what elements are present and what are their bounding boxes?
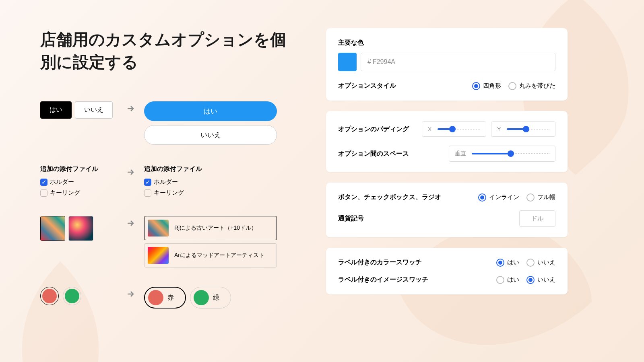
color-swatch-red[interactable] <box>40 287 59 305</box>
checkbox-holder[interactable]: ✓ ホルダー <box>40 178 74 186</box>
dst-yes-button[interactable]: はい <box>144 101 277 121</box>
slider-x[interactable]: X <box>422 121 486 137</box>
image-thumb-1[interactable] <box>40 216 65 241</box>
hex-input[interactable]: # F2994A <box>361 53 555 71</box>
attachments-title: 追加の添付ファイル <box>40 165 117 173</box>
arrow-icon <box>125 216 136 228</box>
image-thumb-2[interactable] <box>68 216 93 241</box>
card-swatch-labels: ラベル付きのカラースワッチ はい いいえ ラベル付きのイメージスワッチ はい い… <box>326 248 568 294</box>
radio-color-yes[interactable]: はい <box>496 259 519 267</box>
example-yesno: はい いいえ はい いいえ <box>40 101 290 149</box>
checkbox-keyring[interactable]: キーリング <box>40 189 80 197</box>
radio-rounded[interactable]: 丸みを帯びた <box>508 82 555 90</box>
currency-select[interactable]: ドル <box>519 210 555 227</box>
color-pill-green[interactable]: 緑 <box>190 287 231 309</box>
primary-color-label: 主要な色 <box>338 39 555 47</box>
arrow-icon <box>125 165 136 177</box>
color-chip[interactable] <box>338 53 357 71</box>
slider-y[interactable]: Y <box>491 121 555 137</box>
radio-full[interactable]: フル幅 <box>526 193 555 202</box>
image-swatch-label-setting: ラベル付きのイメージスワッチ <box>338 276 428 284</box>
card-button-layout: ボタン、チェックボックス、ラジオ インライン フル幅 通貨記号 ドル <box>326 183 568 237</box>
example-colors: 赤 緑 <box>40 287 290 309</box>
color-swatch-label-setting: ラベル付きのカラースワッチ <box>338 258 422 267</box>
card-padding: オプションのパディング X Y オプション間のスペース 垂直 <box>326 111 568 172</box>
attachments-title: 追加の添付ファイル <box>144 165 290 173</box>
color-swatch-green[interactable] <box>63 287 81 305</box>
arrow-icon <box>125 101 136 113</box>
radio-inline[interactable]: インライン <box>478 193 519 202</box>
color-pill-red[interactable]: 赤 <box>144 287 186 309</box>
radio-square[interactable]: 四角形 <box>472 82 501 90</box>
check-icon <box>144 189 151 197</box>
checkbox-holder[interactable]: ✓ ホルダー <box>144 178 285 186</box>
src-no-button[interactable]: いいえ <box>75 101 113 119</box>
option-style-label: オプションスタイル <box>338 82 396 90</box>
radio-image-no[interactable]: いいえ <box>526 276 555 284</box>
src-yes-button[interactable]: はい <box>40 101 72 119</box>
spacing-label: オプション間のスペース <box>338 150 409 158</box>
arrow-icon <box>125 287 136 299</box>
page-title: 店舗用のカスタムオプションを個別に設定する <box>40 28 290 73</box>
radio-image-yes[interactable]: はい <box>496 276 519 284</box>
check-icon <box>40 189 47 197</box>
dst-no-button[interactable]: いいえ <box>144 125 277 145</box>
currency-label: 通貨記号 <box>338 214 364 223</box>
padding-label: オプションのパディング <box>338 125 409 134</box>
button-layout-label: ボタン、チェックボックス、ラジオ <box>338 193 441 202</box>
check-icon: ✓ <box>40 179 47 186</box>
card-primary-color: 主要な色 # F2994A オプションスタイル 四角形 丸みを帯びた <box>326 28 568 101</box>
checkbox-keyring[interactable]: キーリング <box>144 189 285 197</box>
example-images: Rjによる古いアート（+10ドル） Arによるマッドアートアーティスト <box>40 216 290 271</box>
radio-color-no[interactable]: いいえ <box>526 259 555 267</box>
slider-vertical[interactable]: 垂直 <box>449 146 555 162</box>
example-attachments: 追加の添付ファイル ✓ ホルダー キーリング 追加の添付ファイル ✓ ホルダー <box>40 165 290 200</box>
image-option-1[interactable]: Rjによる古いアート（+10ドル） <box>144 216 277 240</box>
check-icon: ✓ <box>144 179 151 186</box>
image-option-2[interactable]: Arによるマッドアートアーティスト <box>144 243 277 267</box>
